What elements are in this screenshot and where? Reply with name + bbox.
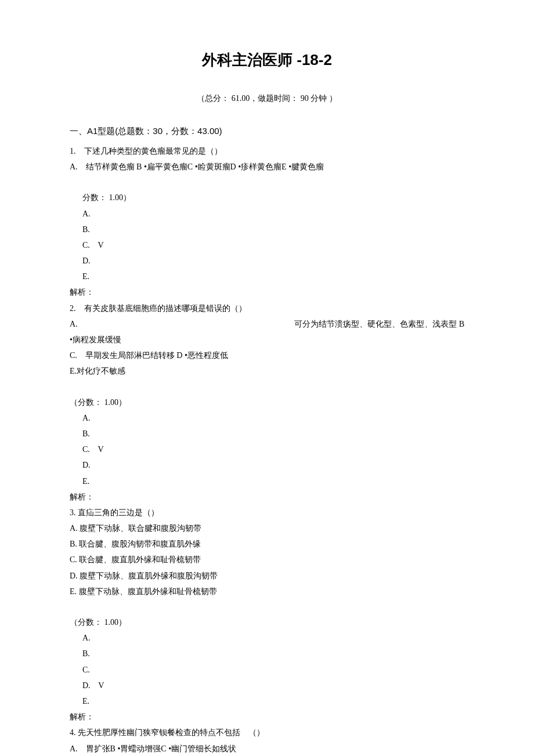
section-header: 一、A1型题(总题数：30，分数：43.00) (70, 123, 464, 139)
q2-A: A. (70, 411, 464, 425)
q3-analysis: 解析： (70, 710, 464, 724)
q3-text: 直疝三角的三边是（） (78, 508, 159, 517)
q3-C: C. (70, 663, 464, 677)
q1-stem: 1. 下述几种类型的黄色瘤最常见的是（） (70, 144, 464, 158)
q4-stem: 4. 先天性肥厚性幽门狭窄钡餐检查的特点不包括 （） (70, 725, 464, 740)
q1-score: 分数： 1.00） (70, 190, 464, 205)
q2-lineE: E.对化疗不敏感 (70, 364, 464, 378)
q4-text: 先天性肥厚性幽门狭窄钡餐检查的特点不包括 （） (78, 728, 265, 737)
q4-lineA: A. 胃扩张B •胃蠕动增强C •幽门管细长如线状 (70, 741, 464, 756)
q3-stem: 3. 直疝三角的三边是（） (70, 505, 464, 520)
q2-A-label: A. (70, 317, 78, 331)
q3-optA: A. 腹壁下动脉、联合腱和腹股沟韧带 (70, 521, 464, 536)
page-title: 外科主治医师 -18-2 (70, 46, 464, 74)
q1-D: D. (70, 254, 464, 268)
q3-D: D. V (70, 678, 464, 693)
q2-analysis: 解析： (70, 490, 464, 504)
q2-score: （分数： 1.00） (70, 395, 464, 410)
q1-A: A. (70, 207, 464, 221)
q3-optD: D. 腹壁下动脉、腹直肌外缘和腹股沟韧带 (70, 569, 464, 583)
q2-D: D. (70, 458, 464, 472)
q3-num: 3. (70, 508, 76, 517)
q3-E: E. (70, 694, 464, 708)
q3-A: A. (70, 631, 464, 645)
q2-lineB: •病程发展缓慢 (70, 332, 464, 347)
q3-score: （分数： 1.00） (70, 615, 464, 630)
q3-optB: B. 联合腱、腹股沟韧带和腹直肌外缘 (70, 537, 464, 551)
q1-analysis: 解析： (70, 285, 464, 299)
q2-stem: 2. 有关皮肤基底细胞癌的描述哪项是错误的（） (70, 301, 464, 316)
q2-B: B. (70, 426, 464, 441)
q1-options: A. 结节样黄色瘤 B •扁平黄色瘤C •睑黄斑瘤D •疹样黄色瘤E •腱黄色瘤 (70, 160, 464, 174)
q1-E: E. (70, 269, 464, 284)
q2-lineC: C. 早期发生局部淋巴结转移 D •恶性程度低 (70, 348, 464, 363)
section-stats: (总题数：30，分数：43.00) (115, 126, 222, 136)
section-type: A1型题 (87, 126, 115, 136)
q2-A-right: 可分为结节溃疡型、硬化型、色素型、浅表型 B (294, 317, 464, 331)
q1-B: B. (70, 222, 464, 237)
q1-C: C. V (70, 238, 464, 252)
q1-text: 下述几种类型的黄色瘤最常见的是（） (84, 147, 222, 155)
q2-E: E. (70, 474, 464, 489)
q2-num: 2. (70, 304, 76, 313)
section-prefix: 一、 (70, 126, 87, 136)
page-subtitle: （总分： 61.00，做题时间： 90 分钟 ） (70, 91, 464, 106)
q3-optE: E. 腹壁下动脉、腹直肌外缘和耻骨梳韧带 (70, 584, 464, 599)
q4-num: 4. (70, 728, 76, 737)
q3-B: B. (70, 646, 464, 661)
q1-num: 1. (70, 147, 76, 155)
q2-lineA: A. 可分为结节溃疡型、硬化型、色素型、浅表型 B (70, 317, 464, 331)
q3-optC: C. 联合腱、腹直肌外缘和耻骨梳韧带 (70, 552, 464, 567)
q2-text: 有关皮肤基底细胞癌的描述哪项是错误的（） (84, 304, 247, 313)
q2-C: C. V (70, 442, 464, 457)
